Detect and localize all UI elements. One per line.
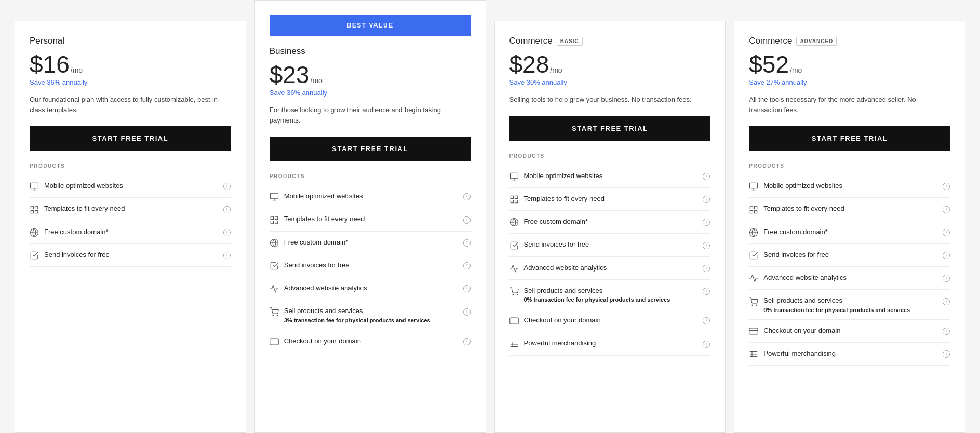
- svg-rect-102: [750, 206, 753, 209]
- feature-text: Checkout on your domain: [524, 316, 601, 325]
- pricing-grid: Personal $16 /mo Save 36% annuallyOur fo…: [0, 0, 980, 433]
- products-label: PRODUCTS: [509, 153, 711, 159]
- plan-card-business: BEST VALUE Business $23 /mo Save 36% ann…: [254, 0, 486, 433]
- info-icon[interactable]: [463, 214, 471, 224]
- feature-left: Advanced website analytics: [509, 263, 607, 273]
- feature-text: Mobile optimized websites: [524, 171, 603, 181]
- merchandise-icon: [749, 349, 758, 359]
- feature-left: Free custom domain*: [30, 227, 109, 237]
- feature-item: Advanced website analytics: [749, 267, 950, 290]
- save-text[interactable]: Save 36% annually: [30, 78, 231, 86]
- svg-rect-9: [31, 210, 33, 213]
- creditcard-icon: [270, 336, 279, 346]
- save-text[interactable]: Save 27% annually: [749, 78, 950, 86]
- globe-icon: [749, 227, 758, 237]
- price-row: $28 /mo: [509, 52, 711, 76]
- feature-left: Checkout on your domain: [270, 336, 361, 346]
- svg-rect-21: [270, 194, 278, 199]
- price-amount: $52: [749, 52, 789, 76]
- feature-text: Send invoices for free: [44, 250, 110, 260]
- grid-icon: [30, 204, 39, 214]
- feature-list: Mobile optimized websites Templates to f…: [749, 175, 950, 366]
- feature-item: Send invoices for free: [270, 254, 471, 277]
- svg-rect-103: [755, 206, 757, 209]
- svg-rect-6: [31, 206, 33, 209]
- grid-icon: [270, 214, 279, 224]
- info-icon[interactable]: [463, 283, 471, 293]
- info-icon[interactable]: [942, 349, 950, 358]
- feature-item: Mobile optimized websites: [270, 185, 471, 208]
- plan-description: All the tools necessary for the more adv…: [749, 94, 950, 115]
- svg-rect-7: [35, 206, 38, 209]
- feature-text: Free custom domain*: [284, 238, 348, 247]
- plan-name-row: Business: [270, 46, 471, 57]
- info-icon[interactable]: [223, 250, 231, 260]
- info-icon[interactable]: [463, 261, 471, 270]
- info-icon[interactable]: [702, 171, 710, 181]
- info-icon[interactable]: [702, 194, 710, 204]
- feature-text: Mobile optimized websites: [763, 181, 842, 191]
- info-icon[interactable]: [223, 227, 231, 237]
- info-icon[interactable]: [702, 240, 710, 249]
- plan-badge: BASIC: [557, 37, 583, 46]
- info-icon[interactable]: [463, 192, 471, 201]
- save-text[interactable]: Save 30% annually: [509, 78, 711, 86]
- feature-item: Send invoices for free: [30, 244, 231, 267]
- info-icon[interactable]: [702, 316, 710, 325]
- feature-left: Send invoices for free: [749, 250, 829, 260]
- feature-text: Checkout on your domain: [763, 326, 840, 335]
- info-icon[interactable]: [942, 296, 950, 305]
- info-icon[interactable]: [942, 326, 950, 335]
- svg-rect-63: [515, 200, 517, 203]
- start-trial-button[interactable]: START FREE TRIAL: [749, 126, 950, 151]
- info-icon[interactable]: [942, 273, 950, 282]
- feature-text: Powerful merchandising: [524, 339, 596, 348]
- price-row: $16 /mo: [30, 52, 231, 76]
- feature-text: Checkout on your domain: [284, 336, 361, 346]
- info-icon[interactable]: [942, 227, 950, 237]
- start-trial-button[interactable]: START FREE TRIAL: [509, 116, 711, 141]
- info-icon[interactable]: [702, 286, 710, 295]
- feature-subtext: 0% transaction fee for physical products…: [763, 307, 910, 313]
- svg-rect-61: [511, 196, 513, 198]
- svg-rect-29: [275, 221, 277, 223]
- feature-item: Send invoices for free: [749, 244, 950, 267]
- save-text[interactable]: Save 36% annually: [270, 89, 471, 97]
- info-icon[interactable]: [463, 238, 471, 247]
- price-period: /mo: [311, 76, 323, 85]
- feature-item: Powerful merchandising: [509, 332, 711, 355]
- feature-left: Free custom domain*: [509, 217, 588, 227]
- info-icon[interactable]: [702, 217, 710, 226]
- plan-name-row: Personal: [30, 36, 231, 46]
- start-trial-button[interactable]: START FREE TRIAL: [270, 137, 471, 161]
- creditcard-icon: [509, 316, 519, 326]
- info-icon[interactable]: [463, 336, 471, 346]
- info-icon[interactable]: [463, 306, 471, 316]
- feature-left: Sell products and services 0% transactio…: [509, 286, 670, 303]
- feature-item: Checkout on your domain: [270, 330, 471, 353]
- svg-point-45: [273, 315, 274, 316]
- start-trial-button[interactable]: START FREE TRIAL: [30, 126, 231, 151]
- info-icon[interactable]: [223, 181, 231, 191]
- plan-description: Selling tools to help grow your business…: [509, 94, 711, 105]
- plan-card-personal: Personal $16 /mo Save 36% annuallyOur fo…: [15, 21, 246, 433]
- info-icon[interactable]: [702, 339, 710, 348]
- feature-subtext: 0% transaction fee for physical products…: [524, 296, 670, 303]
- info-icon[interactable]: [942, 250, 950, 260]
- globe-icon: [270, 238, 279, 248]
- info-icon[interactable]: [223, 204, 231, 213]
- svg-rect-30: [271, 221, 273, 223]
- info-icon[interactable]: [702, 263, 710, 273]
- feature-text: Send invoices for free: [763, 250, 829, 260]
- feature-text: Free custom domain*: [524, 217, 588, 226]
- price-period: /mo: [71, 66, 83, 74]
- info-icon[interactable]: [942, 181, 950, 191]
- feature-subtext: 3% transaction fee for physical products…: [284, 317, 431, 323]
- feature-left: Templates to fit every need: [30, 204, 125, 214]
- info-icon[interactable]: [942, 204, 950, 213]
- products-label: PRODUCTS: [270, 173, 471, 179]
- plan-description: For those looking to grow their audience…: [270, 105, 471, 125]
- feature-item: Sell products and services 3% transactio…: [270, 300, 471, 330]
- feature-item: Powerful merchandising: [749, 343, 950, 366]
- feature-text: Advanced website analytics: [284, 283, 367, 293]
